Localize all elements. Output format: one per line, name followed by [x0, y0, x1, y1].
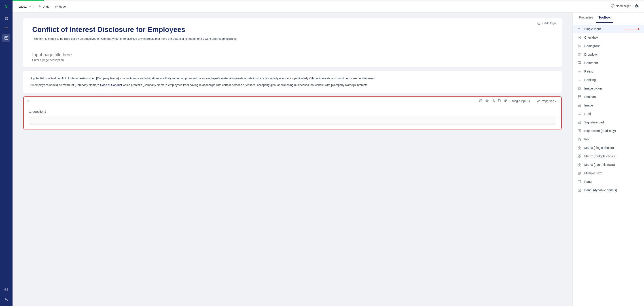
toolbox-item-comment[interactable]: Comment [573, 59, 644, 67]
toolbox-item-panel[interactable]: Panel [573, 177, 644, 186]
page-description-input[interactable] [32, 58, 553, 62]
toolbox-label-file: File [584, 138, 590, 141]
tab-properties[interactable]: Properties [576, 12, 596, 23]
settings-circle-icon[interactable] [479, 99, 482, 103]
toolbox-item-matrix-multiple[interactable]: Matrix (multiple choice) [573, 152, 644, 160]
toolbox-item-rating[interactable]: 191Rating [573, 67, 644, 76]
power-button[interactable]: ⏻ [633, 3, 640, 9]
svg-rect-69 [578, 174, 580, 174]
toolbox-item-signature-pad[interactable]: Signature pad [573, 118, 644, 127]
svg-rect-62 [580, 156, 581, 158]
svg-rect-28 [504, 101, 506, 102]
code-of-conduct-link[interactable]: Code of Conduct [100, 83, 122, 87]
drag-handle-icon[interactable]: ≡ [27, 99, 29, 103]
sidebar-item-home[interactable] [2, 14, 10, 22]
page-title-input[interactable] [32, 52, 553, 57]
radiogroup-icon [577, 44, 582, 48]
undo-label: Undo [42, 5, 50, 8]
copy-icon[interactable] [498, 99, 501, 103]
svg-rect-38 [578, 55, 580, 56]
toolbox-label-single-input: Single Input [584, 27, 601, 31]
settings-icon [4, 288, 8, 292]
sidebar-item-user[interactable] [2, 295, 10, 303]
svg-rect-8 [4, 27, 8, 27]
svg-rect-66 [580, 165, 581, 166]
toolbox-item-html[interactable]: </>Html [573, 110, 644, 118]
toolbox-item-multiple-text[interactable]: Multiple Text [573, 169, 644, 177]
redo-label: Redo [59, 5, 66, 8]
forms-icon [4, 36, 8, 40]
svg-point-51 [580, 105, 580, 105]
undo-button[interactable]: Undo [36, 4, 52, 9]
type-chevron-icon: ∨ [528, 99, 530, 103]
checkbox-icon [577, 35, 582, 40]
answer-input-field[interactable] [29, 116, 556, 125]
toolbox-label-multiple-text: Multiple Text [584, 171, 602, 175]
svg-rect-48 [580, 96, 581, 97]
toolbox-label-image: Image [584, 104, 593, 107]
toolbox-item-matrix-dynamic[interactable]: Matrix (dynamic rows) [573, 160, 644, 169]
add-logo-button[interactable]: + Add logo... [537, 21, 558, 25]
sidebar-item-settings[interactable] [2, 286, 10, 294]
svg-rect-13 [5, 38, 7, 38]
need-help-button[interactable]: ? Need help? [611, 4, 631, 7]
top-bar: page1 Undo Redo [12, 1, 644, 12]
toolbox-item-matrix-single[interactable]: Matrix (single choice) [573, 144, 644, 152]
svg-point-15 [6, 289, 7, 290]
image-picker-icon [577, 86, 582, 91]
boolean-icon [577, 95, 582, 99]
svg-rect-67 [578, 172, 581, 173]
toolbox-label-comment: Comment [584, 61, 598, 65]
toolbox-item-image-picker[interactable]: Image picker [573, 84, 644, 93]
toolbox-item-panel-dynamic[interactable]: Panel (dynamic panels) [573, 186, 644, 194]
properties-button[interactable]: Properties › [535, 99, 558, 103]
page-selector[interactable]: page1 [16, 4, 34, 9]
panel-dynamic-icon [577, 188, 582, 192]
page-selector-value: page1 [18, 5, 26, 8]
sidebar-item-forms[interactable] [2, 34, 10, 42]
more-icon[interactable] [504, 99, 508, 103]
rating-icon: 191 [577, 69, 582, 74]
toolbox-item-single-input[interactable]: TSingle Input [573, 25, 644, 33]
toolbox-item-checkbox[interactable]: Checkbox [573, 33, 644, 42]
toolbox-item-file[interactable]: File [573, 135, 644, 144]
svg-point-16 [6, 298, 7, 299]
svg-rect-37 [578, 55, 581, 55]
toolbox-item-boolean[interactable]: Boolean [573, 93, 644, 101]
app-logo[interactable]: S [3, 3, 10, 10]
question-label: 1. question1 [29, 110, 556, 113]
svg-rect-45 [578, 89, 579, 90]
toolbox-label-panel: Panel [584, 180, 592, 183]
toolbox-item-image[interactable]: Image [573, 101, 644, 110]
main-area: page1 Undo Redo [12, 0, 644, 306]
svg-point-34 [578, 46, 579, 47]
toolbox-item-dropdown[interactable]: Dropdown [573, 50, 644, 59]
toolbox-label-panel-dynamic: Panel (dynamic panels) [584, 188, 617, 192]
svg-point-21 [486, 100, 488, 102]
svg-rect-58 [580, 148, 581, 149]
tab-toolbox[interactable]: Toolbox [596, 12, 613, 23]
toolbox-label-matrix-dynamic: Matrix (dynamic rows) [584, 163, 615, 166]
svg-point-32 [578, 45, 579, 45]
svg-point-20 [480, 100, 481, 101]
svg-rect-61 [578, 156, 579, 158]
matrix-multiple-icon [577, 154, 582, 158]
svg-rect-27 [504, 100, 507, 101]
toolbox-label-checkbox: Checkbox [584, 36, 598, 39]
dashboard-icon [4, 26, 8, 30]
toolbox-item-ranking[interactable]: Ranking [573, 76, 644, 84]
toolbox-item-radiogroup[interactable]: Radiogroup [573, 42, 644, 50]
redo-button[interactable]: Redo [52, 4, 68, 9]
properties-label: Properties [541, 99, 554, 103]
sidebar-item-dashboard[interactable] [2, 24, 10, 32]
eye-icon[interactable] [485, 99, 489, 103]
svg-rect-64 [580, 163, 581, 164]
toolbox-item-expression[interactable]: Expression (read-only) [573, 127, 644, 135]
toolbox-label-html: Html [584, 112, 591, 116]
cut-icon[interactable] [492, 99, 495, 103]
form-canvas: + Add logo... Conflict of Interest Discl… [12, 12, 572, 306]
toolbox-list: TSingle InputCheckboxRadiogroupDropdownC… [573, 23, 644, 196]
question-type-button[interactable]: Single Input ∨ [510, 99, 532, 103]
properties-chevron-icon: › [555, 99, 556, 103]
right-panel: Properties Toolbox TSingle InputCheckbox… [572, 12, 644, 306]
